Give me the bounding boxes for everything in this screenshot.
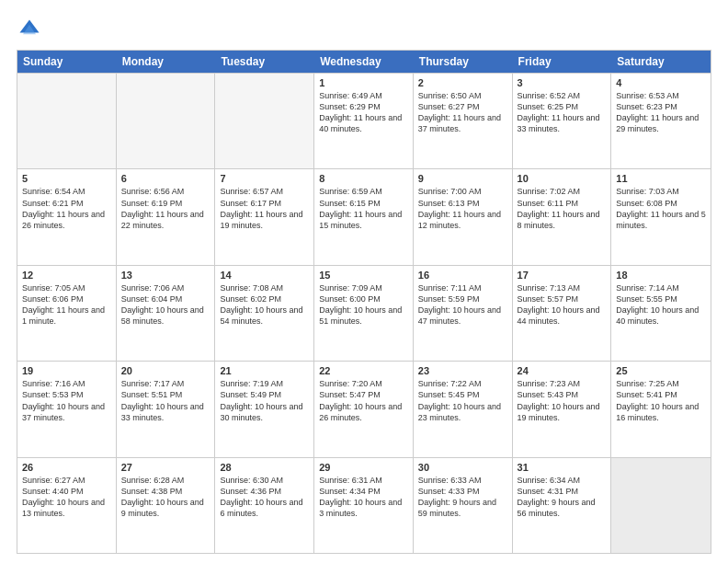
day-info: Sunrise: 6:49 AMSunset: 6:29 PMDaylight:… — [319, 90, 408, 135]
day-info: Sunrise: 6:57 AMSunset: 6:17 PMDaylight:… — [220, 186, 309, 231]
day-number: 17 — [518, 270, 607, 281]
calendar-cell: 13Sunrise: 7:06 AMSunset: 6:04 PMDayligh… — [117, 266, 216, 361]
day-info: Sunrise: 6:31 AMSunset: 4:34 PMDaylight:… — [319, 475, 408, 520]
day-info: Sunrise: 6:27 AMSunset: 4:40 PMDaylight:… — [22, 475, 111, 520]
day-number: 5 — [22, 173, 111, 184]
day-info: Sunrise: 6:52 AMSunset: 6:25 PMDaylight:… — [518, 90, 607, 135]
day-number: 20 — [121, 365, 210, 376]
day-info: Sunrise: 6:34 AMSunset: 4:31 PMDaylight:… — [518, 475, 607, 520]
calendar-cell — [117, 74, 216, 168]
calendar-header-cell: Tuesday — [215, 51, 314, 73]
calendar-cell: 16Sunrise: 7:11 AMSunset: 5:59 PMDayligh… — [414, 266, 513, 361]
day-number: 30 — [418, 462, 507, 473]
day-info: Sunrise: 7:23 AMSunset: 5:43 PMDaylight:… — [518, 378, 607, 423]
calendar-cell: 15Sunrise: 7:09 AMSunset: 6:00 PMDayligh… — [314, 266, 414, 361]
day-number: 13 — [121, 270, 210, 281]
header — [17, 17, 711, 42]
calendar-cell: 6Sunrise: 6:56 AMSunset: 6:19 PMDaylight… — [117, 169, 216, 264]
calendar-cell: 31Sunrise: 6:34 AMSunset: 4:31 PMDayligh… — [513, 458, 612, 553]
calendar-cell: 5Sunrise: 6:54 AMSunset: 6:21 PMDaylight… — [17, 169, 117, 264]
calendar-week: 5Sunrise: 6:54 AMSunset: 6:21 PMDaylight… — [17, 168, 711, 264]
day-number: 6 — [121, 173, 210, 184]
calendar-cell: 7Sunrise: 6:57 AMSunset: 6:17 PMDaylight… — [215, 169, 314, 264]
calendar-cell: 2Sunrise: 6:50 AMSunset: 6:27 PMDaylight… — [414, 74, 513, 168]
day-number: 22 — [319, 365, 408, 376]
calendar-cell: 27Sunrise: 6:28 AMSunset: 4:38 PMDayligh… — [117, 458, 216, 553]
calendar-header-cell: Saturday — [611, 51, 711, 73]
calendar-cell — [215, 74, 314, 168]
day-number: 4 — [616, 77, 706, 88]
calendar-cell: 26Sunrise: 6:27 AMSunset: 4:40 PMDayligh… — [17, 458, 117, 553]
calendar-cell: 23Sunrise: 7:22 AMSunset: 5:45 PMDayligh… — [414, 362, 513, 456]
day-info: Sunrise: 6:50 AMSunset: 6:27 PMDaylight:… — [418, 90, 507, 135]
day-info: Sunrise: 7:17 AMSunset: 5:51 PMDaylight:… — [121, 378, 210, 423]
calendar-header-cell: Wednesday — [314, 51, 414, 73]
calendar-header-cell: Friday — [513, 51, 612, 73]
calendar-cell: 11Sunrise: 7:03 AMSunset: 6:08 PMDayligh… — [611, 169, 711, 264]
day-info: Sunrise: 7:08 AMSunset: 6:02 PMDaylight:… — [220, 282, 309, 327]
calendar-body: 1Sunrise: 6:49 AMSunset: 6:29 PMDaylight… — [17, 73, 711, 553]
day-info: Sunrise: 6:59 AMSunset: 6:15 PMDaylight:… — [319, 186, 408, 231]
calendar-header-cell: Sunday — [17, 51, 117, 73]
day-number: 8 — [319, 173, 408, 184]
calendar-cell: 12Sunrise: 7:05 AMSunset: 6:06 PMDayligh… — [17, 266, 117, 361]
calendar-cell: 4Sunrise: 6:53 AMSunset: 6:23 PMDaylight… — [611, 74, 711, 168]
day-info: Sunrise: 7:11 AMSunset: 5:59 PMDaylight:… — [418, 282, 507, 327]
day-number: 19 — [22, 365, 111, 376]
day-info: Sunrise: 7:00 AMSunset: 6:13 PMDaylight:… — [418, 186, 507, 231]
day-number: 15 — [319, 270, 408, 281]
day-info: Sunrise: 7:20 AMSunset: 5:47 PMDaylight:… — [319, 378, 408, 423]
day-info: Sunrise: 6:54 AMSunset: 6:21 PMDaylight:… — [22, 186, 111, 231]
day-info: Sunrise: 7:06 AMSunset: 6:04 PMDaylight:… — [121, 282, 210, 327]
day-number: 7 — [220, 173, 309, 184]
day-info: Sunrise: 7:22 AMSunset: 5:45 PMDaylight:… — [418, 378, 507, 423]
calendar-cell: 20Sunrise: 7:17 AMSunset: 5:51 PMDayligh… — [117, 362, 216, 456]
day-number: 14 — [220, 270, 309, 281]
day-info: Sunrise: 6:28 AMSunset: 4:38 PMDaylight:… — [121, 475, 210, 520]
calendar-cell: 19Sunrise: 7:16 AMSunset: 5:53 PMDayligh… — [17, 362, 117, 456]
calendar-cell: 25Sunrise: 7:25 AMSunset: 5:41 PMDayligh… — [611, 362, 711, 456]
day-info: Sunrise: 7:05 AMSunset: 6:06 PMDaylight:… — [22, 282, 111, 327]
calendar-cell: 14Sunrise: 7:08 AMSunset: 6:02 PMDayligh… — [215, 266, 314, 361]
day-number: 9 — [418, 173, 507, 184]
day-info: Sunrise: 7:13 AMSunset: 5:57 PMDaylight:… — [518, 282, 607, 327]
calendar-cell: 8Sunrise: 6:59 AMSunset: 6:15 PMDaylight… — [314, 169, 414, 264]
calendar-cell: 3Sunrise: 6:52 AMSunset: 6:25 PMDaylight… — [513, 74, 612, 168]
calendar-week: 12Sunrise: 7:05 AMSunset: 6:06 PMDayligh… — [17, 265, 711, 361]
day-info: Sunrise: 7:14 AMSunset: 5:55 PMDaylight:… — [616, 282, 706, 327]
calendar-cell — [611, 458, 711, 553]
calendar-header-cell: Thursday — [414, 51, 513, 73]
day-info: Sunrise: 7:09 AMSunset: 6:00 PMDaylight:… — [319, 282, 408, 327]
day-info: Sunrise: 7:03 AMSunset: 6:08 PMDaylight:… — [616, 186, 706, 231]
logo — [17, 17, 46, 42]
calendar-cell: 18Sunrise: 7:14 AMSunset: 5:55 PMDayligh… — [611, 266, 711, 361]
day-info: Sunrise: 7:02 AMSunset: 6:11 PMDaylight:… — [518, 186, 607, 231]
day-number: 25 — [616, 365, 706, 376]
day-number: 21 — [220, 365, 309, 376]
calendar: SundayMondayTuesdayWednesdayThursdayFrid… — [17, 50, 711, 554]
day-info: Sunrise: 7:25 AMSunset: 5:41 PMDaylight:… — [616, 378, 706, 423]
day-number: 2 — [418, 77, 507, 88]
day-info: Sunrise: 6:53 AMSunset: 6:23 PMDaylight:… — [616, 90, 706, 135]
logo-icon — [17, 17, 42, 42]
day-number: 26 — [22, 462, 111, 473]
calendar-header-cell: Monday — [117, 51, 216, 73]
day-info: Sunrise: 6:56 AMSunset: 6:19 PMDaylight:… — [121, 186, 210, 231]
day-number: 29 — [319, 462, 408, 473]
day-number: 1 — [319, 77, 408, 88]
calendar-cell: 17Sunrise: 7:13 AMSunset: 5:57 PMDayligh… — [513, 266, 612, 361]
day-info: Sunrise: 6:33 AMSunset: 4:33 PMDaylight:… — [418, 475, 507, 520]
calendar-week: 19Sunrise: 7:16 AMSunset: 5:53 PMDayligh… — [17, 361, 711, 456]
day-number: 27 — [121, 462, 210, 473]
day-number: 28 — [220, 462, 309, 473]
calendar-cell: 1Sunrise: 6:49 AMSunset: 6:29 PMDaylight… — [314, 74, 414, 168]
calendar-cell: 10Sunrise: 7:02 AMSunset: 6:11 PMDayligh… — [513, 169, 612, 264]
calendar-cell: 28Sunrise: 6:30 AMSunset: 4:36 PMDayligh… — [215, 458, 314, 553]
calendar-cell: 21Sunrise: 7:19 AMSunset: 5:49 PMDayligh… — [215, 362, 314, 456]
day-number: 3 — [518, 77, 607, 88]
day-number: 24 — [518, 365, 607, 376]
calendar-cell — [17, 74, 117, 168]
day-number: 23 — [418, 365, 507, 376]
day-number: 12 — [22, 270, 111, 281]
calendar-cell: 22Sunrise: 7:20 AMSunset: 5:47 PMDayligh… — [314, 362, 414, 456]
